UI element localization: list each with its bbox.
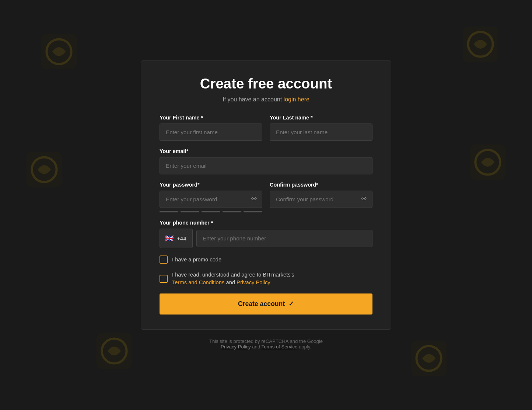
password-group: Your password* 👁 <box>160 182 262 212</box>
phone-row: 🇬🇧 +44 <box>160 229 372 248</box>
phone-input[interactable] <box>196 230 372 247</box>
first-name-input[interactable] <box>160 124 262 141</box>
terms-and: and <box>226 279 237 285</box>
footer-apply: apply. <box>299 344 311 350</box>
page-title: Create free account <box>160 76 372 92</box>
terms-text: I have read, understood and agree to BIT… <box>172 272 294 278</box>
page-wrapper: Create free account If you have an accou… <box>0 53 532 357</box>
phone-code: +44 <box>177 235 186 242</box>
first-name-label: Your First name * <box>160 115 262 121</box>
password-eye-icon[interactable]: 👁 <box>251 196 257 202</box>
footer-text: This site is protected by reCAPTCHA and … <box>209 338 323 344</box>
promo-checkbox[interactable] <box>160 256 168 264</box>
password-label: Your password* <box>160 182 262 188</box>
phone-country-button[interactable]: 🇬🇧 +44 <box>160 229 193 248</box>
footer: This site is protected by reCAPTCHA and … <box>209 338 323 350</box>
email-group: Your email* <box>160 148 372 174</box>
last-name-label: Your Last name * <box>270 115 372 121</box>
last-name-group: Your Last name * <box>270 115 372 141</box>
confirm-password-label: Confirm password* <box>270 182 372 188</box>
password-strength-bars <box>160 211 262 212</box>
strength-bar-2 <box>181 211 199 212</box>
uk-flag-icon: 🇬🇧 <box>165 234 174 243</box>
privacy-link[interactable]: Privacy Policy <box>237 279 270 285</box>
checkmark-icon: ✓ <box>288 300 294 308</box>
terms-checkbox[interactable] <box>160 275 168 283</box>
confirm-password-input[interactable] <box>270 191 372 208</box>
create-account-button[interactable]: Create account ✓ <box>160 293 372 315</box>
first-name-group: Your First name * <box>160 115 262 141</box>
login-prompt: If you have an account login here <box>160 96 372 103</box>
promo-checkbox-row: I have a promo code <box>160 256 372 264</box>
terms-link[interactable]: Terms and Conditions <box>172 279 224 285</box>
terms-label: I have read, understood and agree to BIT… <box>172 271 294 286</box>
name-row: Your First name * Your Last name * <box>160 115 372 141</box>
confirm-password-wrapper: 👁 <box>270 191 372 208</box>
registration-card: Create free account If you have an accou… <box>141 60 391 330</box>
footer-privacy-link[interactable]: Privacy Policy <box>221 344 251 350</box>
login-prompt-text: If you have an account <box>223 96 282 102</box>
phone-label: Your phone number * <box>160 220 372 226</box>
strength-bar-5 <box>244 211 262 212</box>
promo-label: I have a promo code <box>172 256 221 264</box>
strength-bar-3 <box>202 211 220 212</box>
confirm-password-eye-icon[interactable]: 👁 <box>361 196 367 202</box>
password-input[interactable] <box>160 191 262 208</box>
terms-checkbox-row: I have read, understood and agree to BIT… <box>160 271 372 286</box>
strength-bar-4 <box>223 211 241 212</box>
email-input[interactable] <box>160 157 372 174</box>
password-row: Your password* 👁 Confirm password* <box>160 182 372 212</box>
email-label: Your email* <box>160 148 372 154</box>
confirm-password-group: Confirm password* 👁 <box>270 182 372 212</box>
password-wrapper: 👁 <box>160 191 262 208</box>
footer-and: and <box>252 344 261 350</box>
strength-bar-1 <box>160 211 178 212</box>
phone-group: Your phone number * 🇬🇧 +44 <box>160 220 372 248</box>
login-link[interactable]: login here <box>284 96 309 102</box>
last-name-input[interactable] <box>270 124 372 141</box>
create-account-label: Create account <box>238 300 285 308</box>
footer-tos-link[interactable]: Terms of Service <box>262 344 298 350</box>
